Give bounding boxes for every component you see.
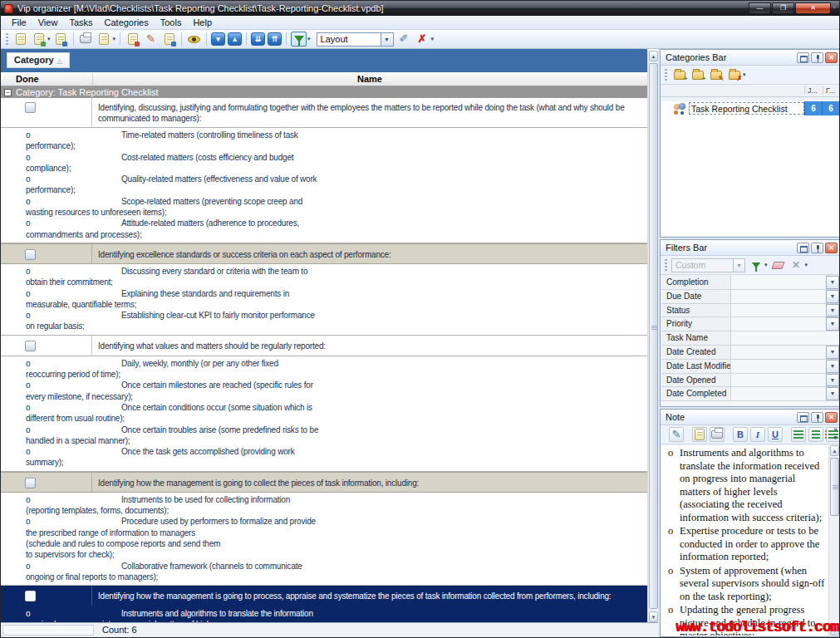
menu-item-tools[interactable]: Tools	[155, 17, 188, 28]
print-dropdown-icon[interactable]: ▾	[113, 36, 116, 42]
delete-category-button[interactable]: ✗	[726, 67, 742, 82]
scroll-thumb[interactable]	[649, 63, 658, 609]
group-by-category-button[interactable]: Category△	[7, 52, 70, 68]
filter-value[interactable]	[731, 360, 826, 373]
filter-value[interactable]	[731, 346, 826, 359]
layout-overflow-icon[interactable]: ▾	[431, 36, 435, 42]
task-details-row[interactable]: oDiscussing every standard or criteria w…	[1, 264, 647, 336]
edit-note-button[interactable]: ✎	[669, 427, 684, 442]
filter-dropdown-icon[interactable]: ▼	[826, 374, 839, 387]
task-row[interactable]: Identifying, discussing, justifying and …	[1, 98, 647, 128]
scroll-thumb[interactable]	[830, 458, 839, 516]
note-content[interactable]: oInstruments and algorithms to translate…	[661, 445, 839, 636]
print-button[interactable]	[78, 32, 94, 47]
scroll-down-icon[interactable]: ▼	[649, 611, 658, 622]
group-row[interactable]: −Category: Task Reporting Checklist	[1, 86, 647, 98]
panel-pin-icon[interactable]	[811, 412, 823, 423]
task-row[interactable]: Identifying excellence standards or succ…	[1, 243, 647, 264]
task-checkbox[interactable]	[25, 478, 36, 488]
task-details-row[interactable]: oTime-related matters (controlling timel…	[1, 128, 647, 243]
task-row[interactable]: Identifying how the management is going …	[1, 586, 647, 606]
apply-filter-button[interactable]	[748, 258, 764, 272]
column-header-done[interactable]: Done	[16, 74, 39, 84]
align-left-button[interactable]	[791, 427, 806, 442]
panel-pin-icon[interactable]	[811, 243, 823, 253]
delete-filter-button[interactable]: ✕	[788, 258, 804, 272]
filter-value[interactable]	[731, 276, 826, 289]
filter-dropdown-icon[interactable]: ▼	[826, 290, 839, 303]
filter-dropdown-icon[interactable]: ▼	[826, 346, 839, 359]
collapse-icon[interactable]: −	[4, 89, 12, 96]
apply-layout-button[interactable]: ✐	[396, 32, 412, 47]
close-button[interactable]: ✕	[795, 2, 831, 14]
move-bottom-button[interactable]: ⇊	[251, 32, 265, 46]
edit-category-button[interactable]: ✎	[708, 67, 724, 82]
task-details-row[interactable]: oInstruments and algorithms to translate…	[1, 606, 647, 622]
column-header-name[interactable]: Name	[92, 74, 647, 84]
filter-value[interactable]	[731, 331, 839, 345]
move-top-button[interactable]: ⇈	[268, 32, 282, 46]
minimize-button[interactable]: —	[749, 2, 771, 14]
task-checkbox[interactable]	[25, 591, 36, 601]
filter-value[interactable]	[731, 304, 826, 317]
move-up-button[interactable]: ▴	[228, 32, 242, 46]
add-category-button[interactable]: +	[671, 67, 687, 82]
filter-dropdown-icon[interactable]: ▾	[307, 36, 311, 42]
italic-button[interactable]: I	[750, 427, 765, 442]
task-checkbox[interactable]	[25, 249, 36, 260]
view-button[interactable]	[186, 32, 202, 47]
filter-value[interactable]	[731, 290, 826, 303]
filter-dropdown-icon[interactable]: ▼	[826, 276, 839, 289]
task-details-row[interactable]: oInstruments to be used for collecting i…	[1, 493, 647, 586]
move-down-button[interactable]: ▾	[211, 32, 225, 46]
scroll-up-icon[interactable]: ▲	[830, 445, 839, 456]
task-row[interactable]: Identifying how the management is going …	[1, 472, 647, 493]
menu-item-categories[interactable]: Categories	[99, 17, 155, 28]
save-button[interactable]	[53, 32, 69, 47]
panel-close-icon[interactable]: ✕	[825, 52, 838, 63]
panel-pin-icon[interactable]	[811, 52, 823, 63]
underline-button[interactable]: U	[768, 427, 783, 442]
add-subcategory-button[interactable]: +	[690, 67, 705, 82]
paste-task-button[interactable]	[161, 32, 177, 47]
new-note-button[interactable]	[692, 427, 707, 442]
restore-button[interactable]: ❐	[772, 2, 794, 14]
print-preview-button[interactable]	[96, 32, 112, 47]
menu-overflow-icon[interactable]: ▾	[833, 4, 836, 11]
filter-value[interactable]	[731, 387, 826, 400]
grid-scrollbar[interactable]: ▲ ▼	[647, 51, 658, 622]
panel-close-icon[interactable]: ✕	[825, 243, 838, 253]
apply-filter-dropdown-icon[interactable]: ▾	[764, 262, 768, 268]
filter-dropdown-icon[interactable]: ▼	[826, 304, 839, 317]
category-name[interactable]: Task Reporting Checklist	[689, 102, 804, 115]
filter-value[interactable]	[731, 374, 826, 387]
filter-dropdown-icon[interactable]: ▼	[826, 360, 839, 373]
filter-dropdown-icon[interactable]: ▼	[826, 317, 839, 331]
layout-combobox-arrow-icon[interactable]: ▼	[381, 32, 394, 47]
layout-combobox-value[interactable]: Layout	[317, 32, 381, 47]
task-checkbox[interactable]	[25, 341, 36, 351]
filter-dropdown-icon[interactable]: ▼	[826, 387, 839, 400]
categories-overflow-icon[interactable]: ▾	[743, 71, 746, 78]
add-task-button[interactable]	[31, 32, 47, 47]
menu-item-view[interactable]: View	[32, 17, 64, 28]
bold-button[interactable]: B	[733, 427, 748, 442]
delete-layout-button[interactable]: ✗	[415, 32, 430, 47]
note-overflow-icon[interactable]: »▾	[833, 426, 838, 441]
task-row[interactable]: Identifying what values and matters shou…	[1, 336, 647, 356]
add-task-dropdown-icon[interactable]: ▾	[47, 36, 51, 42]
menu-item-tasks[interactable]: Tasks	[63, 17, 98, 28]
menu-item-help[interactable]: Help	[187, 17, 218, 28]
insert-task-button[interactable]	[125, 32, 140, 47]
filters-overflow-icon[interactable]: ▾	[805, 262, 808, 268]
panel-restore-icon[interactable]	[797, 412, 809, 423]
panel-close-icon[interactable]: ✕	[825, 412, 838, 423]
menu-item-file[interactable]: File	[6, 17, 32, 28]
filter-toggle-button[interactable]	[291, 32, 307, 47]
task-checkbox[interactable]	[25, 102, 36, 113]
new-task-button[interactable]	[12, 32, 28, 47]
align-center-button[interactable]	[808, 427, 823, 442]
panel-restore-icon[interactable]	[797, 243, 809, 253]
scroll-up-icon[interactable]: ▲	[649, 51, 658, 61]
filter-preset-combobox[interactable]: Custom ▼	[671, 258, 745, 272]
